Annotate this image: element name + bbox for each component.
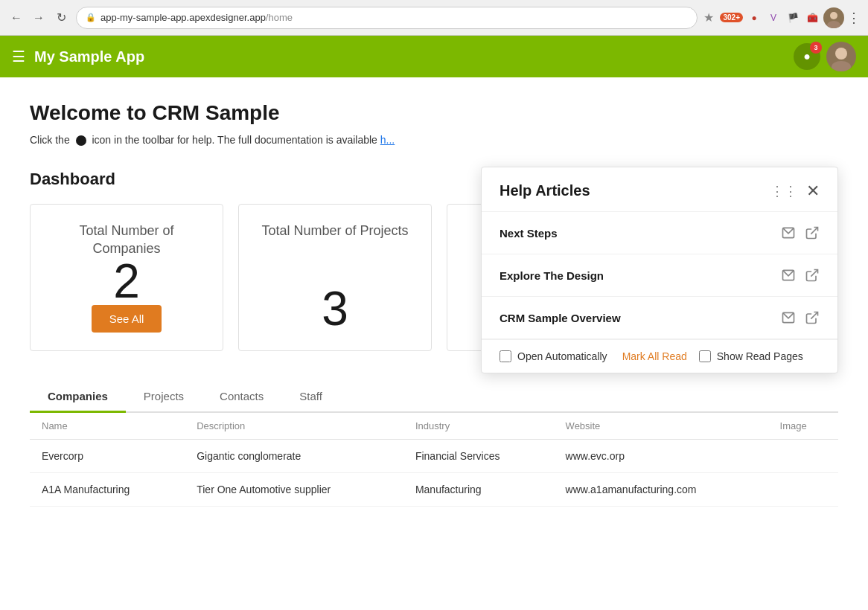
browser-profile[interactable] — [823, 7, 844, 28]
browser-extensions: 302+ ● V 🏴 🧰 ⋮ — [720, 7, 861, 28]
help-button[interactable]: ● 3 — [794, 43, 820, 70]
lock-icon: 🔒 — [86, 13, 96, 22]
main-content: Welcome to CRM Sample Click the icon in … — [0, 77, 868, 610]
help-icon-inline — [76, 135, 86, 146]
card-title-companies: Total Number of Companies — [48, 222, 205, 257]
svg-point-1 — [827, 21, 840, 28]
help-articles-panel: Help Articles ⋮⋮ ✕ Next Steps — [481, 167, 838, 373]
cell-image-2 — [768, 473, 838, 507]
cell-industry-2: Manufacturing — [403, 473, 554, 507]
article-mark-read-button-3[interactable] — [781, 310, 796, 325]
article-open-button-1[interactable] — [805, 225, 820, 240]
ext-icon-3[interactable]: 🏴 — [785, 10, 801, 26]
help-panel-header: Help Articles ⋮⋮ ✕ — [482, 167, 837, 212]
help-panel-footer: Open Automatically Mark All Read Show Re… — [482, 339, 837, 373]
bookmark-button[interactable]: ★ — [703, 10, 714, 25]
article-open-button-3[interactable] — [805, 310, 820, 325]
cell-description-1: Gigantic conglomerate — [185, 440, 403, 473]
col-header-image: Image — [768, 413, 838, 440]
svg-point-2 — [835, 48, 847, 60]
tab-staff[interactable]: Staff — [281, 381, 340, 411]
ext-icon-1[interactable]: ● — [746, 10, 762, 26]
card-title-projects: Total Number of Projects — [261, 222, 408, 240]
cell-website-1: www.evc.orp — [554, 440, 768, 473]
open-auto-checkbox[interactable] — [500, 350, 511, 362]
help-articles-list: Next Steps Explore The Design — [482, 212, 837, 339]
browser-chrome: ← → ↻ 🔒 app-my-sample-app.apexdesigner.a… — [0, 0, 868, 36]
extension-badge: 302+ — [720, 13, 743, 22]
cell-name-2: A1A Manufacturing — [30, 473, 185, 507]
app-header-right: ● 3 — [794, 42, 856, 71]
article-title-2: Explore The Design — [500, 269, 604, 282]
show-read-group: Show Read Pages — [699, 350, 803, 362]
browser-nav-buttons: ← → ↻ — [7, 9, 70, 27]
page-subtitle: Click the icon in the toolbar for help. … — [30, 134, 838, 146]
help-panel-close-button[interactable]: ✕ — [806, 183, 820, 199]
app-header-left: ☰ My Sample App — [12, 48, 144, 65]
cell-industry-1: Financial Services — [403, 440, 554, 473]
article-actions-1 — [781, 225, 820, 240]
dashboard-card-projects: Total Number of Projects 3 — [238, 204, 432, 351]
cell-description-2: Tier One Automotive supplier — [185, 473, 403, 507]
open-auto-group: Open Automatically — [500, 350, 607, 362]
reload-button[interactable]: ↻ — [52, 9, 70, 27]
app-title: My Sample App — [34, 48, 144, 65]
svg-line-5 — [811, 228, 817, 234]
svg-line-7 — [811, 270, 817, 277]
cell-website-2: www.a1amanufacturing.com — [554, 473, 768, 507]
grid-icon[interactable]: ⋮⋮ — [770, 183, 797, 199]
doc-link[interactable]: h... — [380, 134, 395, 146]
card-number-companies: 2 — [113, 257, 140, 305]
mark-all-read-button[interactable]: Mark All Read — [622, 350, 687, 362]
help-panel-title: Help Articles — [500, 182, 590, 199]
article-actions-2 — [781, 268, 820, 283]
article-mark-read-button-2[interactable] — [781, 268, 796, 283]
table-row: Evercorp Gigantic conglomerate Financial… — [30, 440, 838, 473]
help-article-explore-design: Explore The Design — [482, 254, 837, 297]
tab-contacts[interactable]: Contacts — [202, 381, 281, 411]
help-icon: ● — [803, 50, 811, 63]
help-article-crm-overview: CRM Sample Overview — [482, 297, 837, 339]
forward-button[interactable]: → — [30, 9, 48, 27]
cell-name-1: Evercorp — [30, 440, 185, 473]
user-avatar[interactable] — [826, 42, 856, 71]
tab-companies[interactable]: Companies — [30, 381, 126, 411]
article-mark-read-button-1[interactable] — [781, 225, 796, 240]
companies-table: Name Description Industry Website Image … — [30, 413, 838, 507]
col-header-website: Website — [554, 413, 768, 440]
col-header-description: Description — [185, 413, 403, 440]
article-title-1: Next Steps — [500, 227, 558, 240]
back-button[interactable]: ← — [7, 9, 25, 27]
ext-icon-4[interactable]: 🧰 — [804, 10, 820, 26]
page-title: Welcome to CRM Sample — [30, 101, 838, 125]
card-number-projects: 3 — [322, 285, 348, 333]
table-row: A1A Manufacturing Tier One Automotive su… — [30, 473, 838, 507]
open-auto-label: Open Automatically — [517, 350, 607, 362]
cell-image-1 — [768, 440, 838, 473]
show-read-label: Show Read Pages — [717, 350, 803, 362]
app-header: ☰ My Sample App ● 3 — [0, 36, 868, 77]
help-panel-header-actions: ⋮⋮ ✕ — [770, 183, 820, 199]
tab-projects[interactable]: Projects — [126, 381, 202, 411]
url-text: app-my-sample-app.apexdesigner.app/home — [100, 12, 293, 23]
browser-menu-button[interactable]: ⋮ — [847, 10, 861, 26]
tabs-bar: Companies Projects Contacts Staff — [30, 381, 838, 413]
svg-point-0 — [830, 12, 837, 19]
article-open-button-2[interactable] — [805, 268, 820, 283]
svg-point-3 — [832, 61, 851, 71]
help-article-next-steps: Next Steps — [482, 212, 837, 254]
address-bar[interactable]: 🔒 app-my-sample-app.apexdesigner.app/hom… — [76, 7, 698, 29]
dashboard-card-companies: Total Number of Companies 2 See All — [30, 204, 223, 351]
article-actions-3 — [781, 310, 820, 325]
col-header-industry: Industry — [403, 413, 554, 440]
col-header-name: Name — [30, 413, 185, 440]
ext-icon-2[interactable]: V — [765, 10, 782, 26]
svg-line-9 — [811, 312, 817, 319]
show-read-checkbox[interactable] — [699, 350, 711, 362]
see-all-companies-button[interactable]: See All — [92, 305, 162, 333]
article-title-3: CRM Sample Overview — [500, 312, 621, 324]
hamburger-menu-button[interactable]: ☰ — [12, 48, 25, 65]
notification-badge: 3 — [810, 42, 822, 54]
